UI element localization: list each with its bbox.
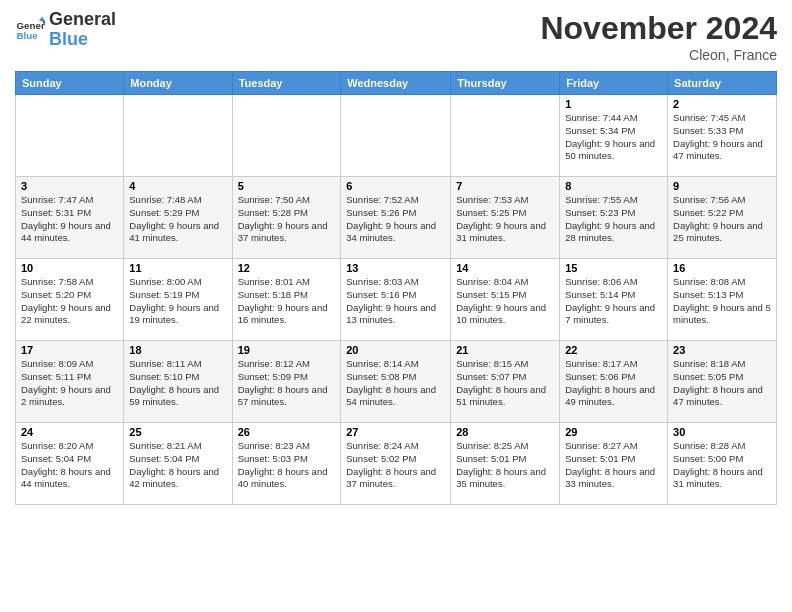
calendar-cell: 8Sunrise: 7:55 AM Sunset: 5:23 PM Daylig… — [560, 177, 668, 259]
day-number: 18 — [129, 344, 226, 356]
calendar-cell: 15Sunrise: 8:06 AM Sunset: 5:14 PM Dayli… — [560, 259, 668, 341]
calendar-cell: 14Sunrise: 8:04 AM Sunset: 5:15 PM Dayli… — [451, 259, 560, 341]
calendar-cell: 5Sunrise: 7:50 AM Sunset: 5:28 PM Daylig… — [232, 177, 341, 259]
calendar-cell: 16Sunrise: 8:08 AM Sunset: 5:13 PM Dayli… — [668, 259, 777, 341]
calendar-cell: 13Sunrise: 8:03 AM Sunset: 5:16 PM Dayli… — [341, 259, 451, 341]
day-number: 30 — [673, 426, 771, 438]
day-number: 16 — [673, 262, 771, 274]
calendar-cell: 22Sunrise: 8:17 AM Sunset: 5:06 PM Dayli… — [560, 341, 668, 423]
calendar-cell: 28Sunrise: 8:25 AM Sunset: 5:01 PM Dayli… — [451, 423, 560, 505]
calendar-cell: 3Sunrise: 7:47 AM Sunset: 5:31 PM Daylig… — [16, 177, 124, 259]
header-friday: Friday — [560, 72, 668, 95]
day-number: 21 — [456, 344, 554, 356]
day-number: 23 — [673, 344, 771, 356]
day-info: Sunrise: 7:55 AM Sunset: 5:23 PM Dayligh… — [565, 194, 662, 245]
day-number: 9 — [673, 180, 771, 192]
day-number: 24 — [21, 426, 118, 438]
calendar-cell: 1Sunrise: 7:44 AM Sunset: 5:34 PM Daylig… — [560, 95, 668, 177]
day-info: Sunrise: 8:03 AM Sunset: 5:16 PM Dayligh… — [346, 276, 445, 327]
week-row-1: 3Sunrise: 7:47 AM Sunset: 5:31 PM Daylig… — [16, 177, 777, 259]
calendar-cell: 6Sunrise: 7:52 AM Sunset: 5:26 PM Daylig… — [341, 177, 451, 259]
day-number: 3 — [21, 180, 118, 192]
day-number: 6 — [346, 180, 445, 192]
day-info: Sunrise: 7:56 AM Sunset: 5:22 PM Dayligh… — [673, 194, 771, 245]
calendar-cell — [16, 95, 124, 177]
day-info: Sunrise: 8:17 AM Sunset: 5:06 PM Dayligh… — [565, 358, 662, 409]
day-number: 22 — [565, 344, 662, 356]
header-saturday: Saturday — [668, 72, 777, 95]
day-number: 19 — [238, 344, 336, 356]
day-info: Sunrise: 8:00 AM Sunset: 5:19 PM Dayligh… — [129, 276, 226, 327]
calendar-cell: 12Sunrise: 8:01 AM Sunset: 5:18 PM Dayli… — [232, 259, 341, 341]
calendar-cell: 20Sunrise: 8:14 AM Sunset: 5:08 PM Dayli… — [341, 341, 451, 423]
day-info: Sunrise: 8:21 AM Sunset: 5:04 PM Dayligh… — [129, 440, 226, 491]
week-row-0: 1Sunrise: 7:44 AM Sunset: 5:34 PM Daylig… — [16, 95, 777, 177]
day-number: 11 — [129, 262, 226, 274]
logo: General Blue General Blue — [15, 10, 116, 50]
calendar-cell: 29Sunrise: 8:27 AM Sunset: 5:01 PM Dayli… — [560, 423, 668, 505]
day-number: 27 — [346, 426, 445, 438]
calendar-cell: 10Sunrise: 7:58 AM Sunset: 5:20 PM Dayli… — [16, 259, 124, 341]
week-row-2: 10Sunrise: 7:58 AM Sunset: 5:20 PM Dayli… — [16, 259, 777, 341]
day-info: Sunrise: 8:01 AM Sunset: 5:18 PM Dayligh… — [238, 276, 336, 327]
calendar-cell: 2Sunrise: 7:45 AM Sunset: 5:33 PM Daylig… — [668, 95, 777, 177]
day-info: Sunrise: 7:45 AM Sunset: 5:33 PM Dayligh… — [673, 112, 771, 163]
calendar-cell: 4Sunrise: 7:48 AM Sunset: 5:29 PM Daylig… — [124, 177, 232, 259]
day-info: Sunrise: 8:15 AM Sunset: 5:07 PM Dayligh… — [456, 358, 554, 409]
day-info: Sunrise: 8:04 AM Sunset: 5:15 PM Dayligh… — [456, 276, 554, 327]
day-number: 4 — [129, 180, 226, 192]
day-number: 17 — [21, 344, 118, 356]
calendar-cell: 7Sunrise: 7:53 AM Sunset: 5:25 PM Daylig… — [451, 177, 560, 259]
calendar-cell: 30Sunrise: 8:28 AM Sunset: 5:00 PM Dayli… — [668, 423, 777, 505]
svg-text:Blue: Blue — [17, 30, 39, 41]
day-number: 1 — [565, 98, 662, 110]
day-info: Sunrise: 7:50 AM Sunset: 5:28 PM Dayligh… — [238, 194, 336, 245]
day-info: Sunrise: 7:53 AM Sunset: 5:25 PM Dayligh… — [456, 194, 554, 245]
day-number: 2 — [673, 98, 771, 110]
calendar-cell: 18Sunrise: 8:11 AM Sunset: 5:10 PM Dayli… — [124, 341, 232, 423]
calendar-cell: 9Sunrise: 7:56 AM Sunset: 5:22 PM Daylig… — [668, 177, 777, 259]
day-number: 5 — [238, 180, 336, 192]
day-number: 29 — [565, 426, 662, 438]
day-info: Sunrise: 8:20 AM Sunset: 5:04 PM Dayligh… — [21, 440, 118, 491]
day-info: Sunrise: 8:09 AM Sunset: 5:11 PM Dayligh… — [21, 358, 118, 409]
header-sunday: Sunday — [16, 72, 124, 95]
header-wednesday: Wednesday — [341, 72, 451, 95]
day-info: Sunrise: 7:44 AM Sunset: 5:34 PM Dayligh… — [565, 112, 662, 163]
day-number: 28 — [456, 426, 554, 438]
day-number: 15 — [565, 262, 662, 274]
header-thursday: Thursday — [451, 72, 560, 95]
day-info: Sunrise: 8:18 AM Sunset: 5:05 PM Dayligh… — [673, 358, 771, 409]
day-number: 25 — [129, 426, 226, 438]
day-info: Sunrise: 7:47 AM Sunset: 5:31 PM Dayligh… — [21, 194, 118, 245]
week-row-3: 17Sunrise: 8:09 AM Sunset: 5:11 PM Dayli… — [16, 341, 777, 423]
day-number: 12 — [238, 262, 336, 274]
day-info: Sunrise: 8:08 AM Sunset: 5:13 PM Dayligh… — [673, 276, 771, 327]
day-info: Sunrise: 7:52 AM Sunset: 5:26 PM Dayligh… — [346, 194, 445, 245]
svg-marker-2 — [39, 16, 45, 21]
month-title: November 2024 — [540, 10, 777, 47]
logo-icon: General Blue — [15, 15, 45, 45]
location: Cleon, France — [540, 47, 777, 63]
day-info: Sunrise: 7:58 AM Sunset: 5:20 PM Dayligh… — [21, 276, 118, 327]
day-number: 8 — [565, 180, 662, 192]
calendar-cell: 17Sunrise: 8:09 AM Sunset: 5:11 PM Dayli… — [16, 341, 124, 423]
header-tuesday: Tuesday — [232, 72, 341, 95]
day-info: Sunrise: 8:27 AM Sunset: 5:01 PM Dayligh… — [565, 440, 662, 491]
calendar-table: Sunday Monday Tuesday Wednesday Thursday… — [15, 71, 777, 505]
day-number: 13 — [346, 262, 445, 274]
day-number: 7 — [456, 180, 554, 192]
calendar-cell: 24Sunrise: 8:20 AM Sunset: 5:04 PM Dayli… — [16, 423, 124, 505]
day-info: Sunrise: 8:24 AM Sunset: 5:02 PM Dayligh… — [346, 440, 445, 491]
day-info: Sunrise: 8:14 AM Sunset: 5:08 PM Dayligh… — [346, 358, 445, 409]
header-monday: Monday — [124, 72, 232, 95]
calendar-cell: 21Sunrise: 8:15 AM Sunset: 5:07 PM Dayli… — [451, 341, 560, 423]
calendar-cell — [124, 95, 232, 177]
calendar-cell: 19Sunrise: 8:12 AM Sunset: 5:09 PM Dayli… — [232, 341, 341, 423]
logo-line1: General — [49, 10, 116, 30]
calendar-header-row: Sunday Monday Tuesday Wednesday Thursday… — [16, 72, 777, 95]
week-row-4: 24Sunrise: 8:20 AM Sunset: 5:04 PM Dayli… — [16, 423, 777, 505]
day-info: Sunrise: 8:23 AM Sunset: 5:03 PM Dayligh… — [238, 440, 336, 491]
calendar-cell — [451, 95, 560, 177]
header: General Blue General Blue November 2024 … — [15, 10, 777, 63]
